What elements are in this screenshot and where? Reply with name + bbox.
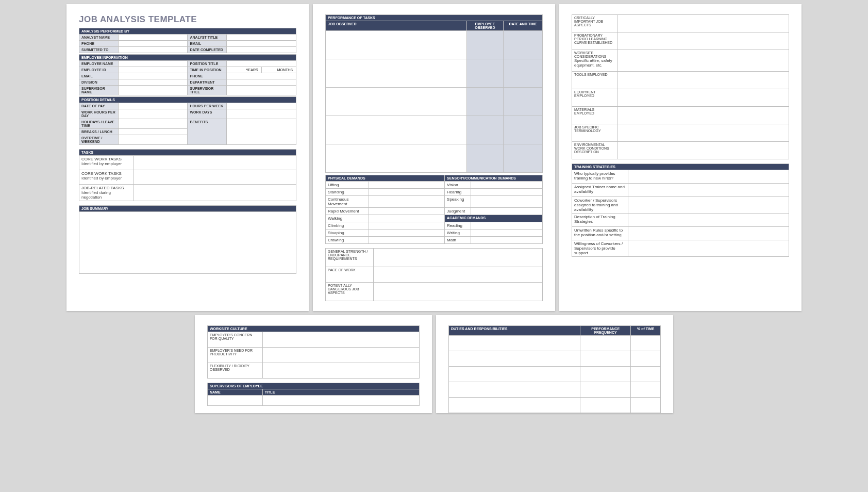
months-field[interactable]: MONTHS [261, 67, 296, 73]
label: ENVIRONMENTAL WORK CONDITIONS DESCRIPTIO… [572, 142, 617, 159]
field[interactable] [227, 109, 296, 119]
field[interactable] [466, 116, 504, 144]
field[interactable] [79, 212, 296, 274]
field[interactable] [449, 382, 580, 398]
field[interactable] [118, 35, 188, 41]
field[interactable] [369, 237, 445, 244]
field[interactable] [628, 197, 789, 214]
field[interactable] [631, 382, 661, 398]
field[interactable] [227, 79, 296, 86]
field[interactable] [369, 222, 445, 229]
field[interactable] [466, 144, 504, 173]
field[interactable] [227, 47, 296, 53]
field[interactable] [262, 332, 419, 348]
field[interactable] [118, 135, 188, 145]
field[interactable] [504, 59, 543, 88]
field[interactable] [580, 367, 631, 382]
field[interactable] [369, 229, 445, 237]
label: Speaking [445, 196, 471, 208]
field[interactable] [449, 351, 580, 367]
field[interactable] [617, 15, 789, 32]
field[interactable] [373, 249, 542, 267]
field[interactable] [631, 398, 661, 413]
field[interactable] [118, 119, 188, 129]
field[interactable] [227, 35, 296, 41]
field[interactable] [471, 222, 543, 229]
field[interactable] [617, 142, 789, 159]
field[interactable] [118, 129, 188, 135]
field[interactable] [628, 227, 789, 240]
field[interactable] [118, 61, 188, 67]
field[interactable] [471, 182, 543, 189]
field[interactable] [617, 50, 789, 72]
field[interactable] [227, 86, 296, 95]
field[interactable] [504, 31, 543, 59]
field[interactable] [471, 196, 543, 208]
field[interactable] [118, 41, 188, 47]
field[interactable] [262, 348, 419, 363]
field[interactable] [628, 240, 789, 257]
years-field[interactable]: YEARS [227, 67, 261, 73]
field[interactable] [628, 214, 789, 227]
field[interactable] [133, 170, 296, 185]
label: WORKSITE CONSIDERATIONSSpecific attire, … [572, 50, 617, 72]
field[interactable] [227, 41, 296, 47]
field[interactable] [369, 215, 445, 222]
field[interactable] [118, 79, 188, 86]
field[interactable] [631, 367, 661, 382]
field[interactable] [208, 396, 263, 406]
field[interactable] [580, 336, 631, 351]
field[interactable] [628, 170, 789, 184]
field[interactable] [118, 86, 188, 95]
field[interactable] [471, 189, 543, 196]
field[interactable] [262, 363, 419, 379]
field[interactable] [118, 73, 188, 79]
field[interactable] [369, 189, 445, 196]
field[interactable] [471, 229, 543, 237]
field[interactable] [326, 88, 467, 116]
field[interactable] [466, 59, 504, 88]
field[interactable] [471, 237, 543, 244]
field[interactable] [504, 144, 543, 173]
field[interactable] [326, 31, 467, 59]
field[interactable] [617, 72, 789, 89]
field[interactable] [504, 116, 543, 144]
field[interactable] [504, 88, 543, 116]
field[interactable] [466, 88, 504, 116]
field[interactable] [631, 351, 661, 367]
field[interactable] [617, 124, 789, 142]
field[interactable] [617, 89, 789, 107]
field[interactable] [369, 196, 445, 208]
field[interactable] [118, 47, 188, 53]
field[interactable] [118, 67, 188, 73]
field[interactable] [118, 103, 188, 109]
field[interactable] [580, 351, 631, 367]
section-header: TASKS [79, 150, 296, 156]
field[interactable] [227, 119, 296, 145]
field[interactable] [227, 103, 296, 109]
field[interactable] [617, 32, 789, 50]
field[interactable] [373, 283, 542, 301]
field[interactable] [227, 61, 296, 67]
field[interactable] [369, 208, 445, 215]
field[interactable] [373, 267, 542, 283]
field[interactable] [617, 107, 789, 124]
field[interactable] [133, 185, 296, 201]
field[interactable] [326, 116, 467, 144]
field[interactable] [369, 182, 445, 189]
field[interactable] [580, 398, 631, 413]
field[interactable] [326, 144, 467, 173]
field[interactable] [580, 382, 631, 398]
field[interactable] [449, 336, 580, 351]
field[interactable] [227, 73, 296, 79]
field[interactable] [466, 31, 504, 59]
field[interactable] [118, 109, 188, 119]
field[interactable] [631, 336, 661, 351]
field[interactable] [449, 367, 580, 382]
field[interactable] [326, 59, 467, 88]
field[interactable] [628, 184, 789, 197]
field[interactable] [133, 156, 296, 170]
field[interactable] [262, 396, 419, 406]
field[interactable] [471, 208, 543, 215]
field[interactable] [449, 398, 580, 413]
